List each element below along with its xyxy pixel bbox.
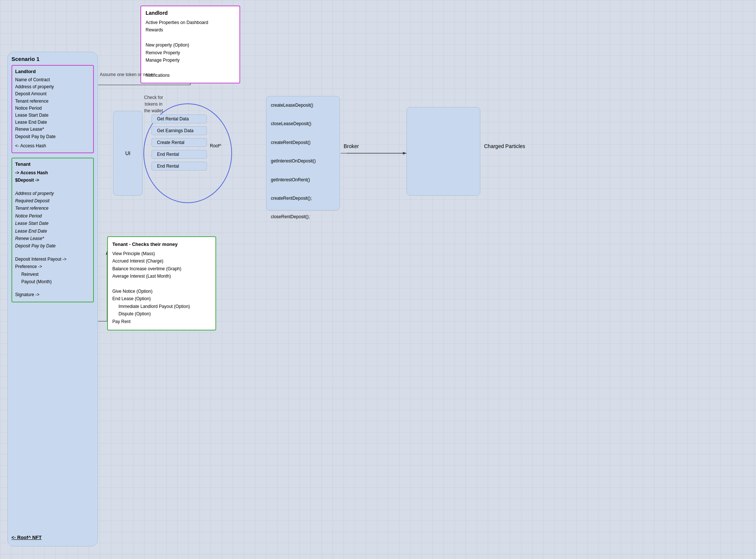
end-rental-btn-2[interactable]: End Rental bbox=[151, 162, 207, 171]
landlord-items: Name of Contract Address of property Dep… bbox=[15, 76, 90, 140]
roof-label: Roof^ bbox=[210, 143, 221, 148]
landlord-inner-box: Landlord Name of Contract Address of pro… bbox=[11, 65, 94, 153]
tenant-checks-items: View Principle (Mass) Accrued Interest (… bbox=[112, 250, 211, 325]
tenant-checks-title: Tenant - Checks their money bbox=[112, 241, 211, 247]
landlord-inner-title: Landlord bbox=[15, 69, 90, 74]
tenant-checks-box: Tenant - Checks their money View Princip… bbox=[107, 236, 216, 330]
tenant-italic-items: Address of property Required Deposit Ten… bbox=[15, 190, 90, 250]
landlord-top-items: Active Properties on Dashboard Rewards N… bbox=[146, 19, 235, 79]
broker-label: Broker bbox=[344, 143, 359, 149]
tenant-deposit-interest: Deposit Interest Payout -> Preference ->… bbox=[15, 256, 90, 286]
end-rental-btn-1[interactable]: End Rental bbox=[151, 150, 207, 159]
charged-particles-box bbox=[406, 107, 480, 196]
landlord-access-hash: <- Access Hash bbox=[15, 143, 90, 150]
tenant-inner-title: Tenant bbox=[15, 161, 90, 167]
assume-label: Assume one token or none bbox=[100, 72, 153, 77]
landlord-top-title: Landlord bbox=[146, 10, 235, 16]
tenant-inner-box: Tenant -> Access Hash $Deposit -> Addres… bbox=[11, 158, 94, 302]
get-earnings-data-btn[interactable]: Get Earnings Data bbox=[151, 126, 207, 135]
diagram-container: Scenario 1 Landlord Name of Contract Add… bbox=[0, 0, 756, 559]
scenario1-title: Scenario 1 bbox=[11, 56, 94, 62]
create-rental-btn[interactable]: Create Rental bbox=[151, 138, 207, 147]
broker-box: createLeaseDeposit() closeLeaseDeposit()… bbox=[266, 96, 340, 210]
tenant-deposit: $Deposit -> bbox=[15, 176, 90, 184]
get-rental-data-btn[interactable]: Get Rental Data bbox=[151, 114, 207, 123]
landlord-top-box: Landlord Active Properties on Dashboard … bbox=[140, 6, 240, 83]
ui-label: UI bbox=[125, 150, 130, 156]
check-tokens-label: Check fortokens inthe wallet bbox=[144, 94, 163, 114]
broker-methods: createLeaseDeposit() closeLeaseDeposit()… bbox=[271, 101, 335, 222]
charged-particles-label: Charged Particles bbox=[484, 143, 525, 149]
scenario1-box: Scenario 1 Landlord Name of Contract Add… bbox=[7, 52, 98, 546]
tenant-access-hash: -> Access Hash bbox=[15, 169, 90, 176]
ui-box: UI bbox=[113, 111, 143, 196]
tenant-signature: Signature -> bbox=[15, 291, 90, 298]
ui-buttons-area: Get Rental Data Get Earnings Data Create… bbox=[151, 114, 207, 171]
roof-nft-link[interactable]: <- Roof^ NFT bbox=[11, 535, 42, 540]
